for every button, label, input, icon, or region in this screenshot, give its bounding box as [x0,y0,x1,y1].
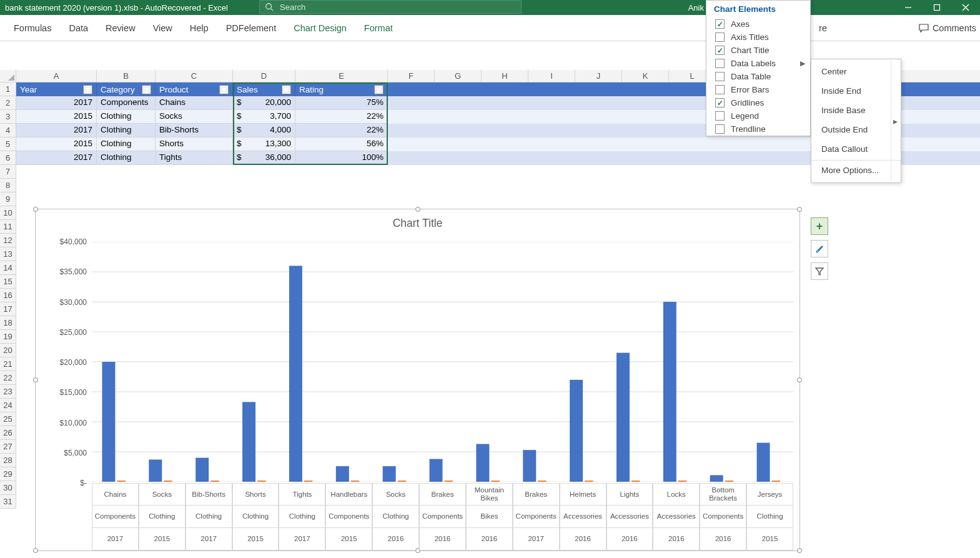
tab-format[interactable]: Format [355,15,402,41]
bar-rating[interactable] [398,481,406,482]
row-5[interactable]: 5 [0,137,16,151]
bar-rating[interactable] [725,481,733,482]
cell-product[interactable]: Chains [156,96,233,110]
cell-category[interactable]: Components [97,96,156,110]
row-23[interactable]: 23 [0,385,16,399]
bar-sales[interactable] [476,444,489,482]
th-product[interactable]: Product▾ [156,82,233,96]
checkbox-icon[interactable] [715,85,725,94]
row-29[interactable]: 29 [0,467,16,481]
row-8[interactable]: 8 [0,179,16,192]
bar-sales[interactable] [196,458,209,482]
cell-category[interactable]: Clothing [97,110,156,124]
cell-sales[interactable]: $36,000 [233,151,295,165]
submenu-expand-arrow[interactable]: ▸ [891,61,899,181]
row-30[interactable]: 30 [0,481,16,495]
bar-sales[interactable] [523,450,536,482]
close-button[interactable] [951,0,980,15]
cell-product[interactable]: Socks [156,110,233,124]
cell-rating[interactable]: 22% [295,124,388,137]
col-I[interactable]: I [528,70,575,82]
row-11[interactable]: 11 [0,220,16,234]
cell-sales[interactable]: $4,000 [233,124,295,137]
minimize-button[interactable] [894,0,923,15]
th-sales[interactable]: Sales▾ [233,82,295,96]
cell-sales[interactable]: $13,300 [233,137,295,151]
chart-element-axes[interactable]: Axes [706,17,810,31]
chart-plot-area[interactable] [92,242,793,482]
row-22[interactable]: 22 [0,371,16,385]
cell-year[interactable]: 2015 [16,137,97,151]
chart-element-axis-titles[interactable]: Axis Titles [706,31,810,44]
row-24[interactable]: 24 [0,399,16,412]
row-28[interactable]: 28 [0,454,16,467]
bar-sales[interactable] [616,353,630,482]
row-26[interactable]: 26 [0,426,16,440]
tab-review[interactable]: Review [97,15,144,41]
cell-year[interactable]: 2017 [16,151,97,165]
cell-product[interactable]: Bib-Shorts [156,124,233,137]
row-25[interactable]: 25 [0,412,16,426]
maximize-button[interactable] [923,0,951,15]
checkbox-icon[interactable] [715,124,725,134]
row-16[interactable]: 16 [0,289,16,302]
chart-styles-button[interactable] [811,240,828,257]
submenu-inside-end[interactable]: Inside End [811,81,901,101]
chart-element-gridlines[interactable]: Gridlines [706,96,810,109]
chart-element-trendline[interactable]: Trendline [706,122,810,136]
bar-sales[interactable] [710,475,723,482]
col-D[interactable]: D [233,70,295,82]
cell-category[interactable]: Clothing [97,124,156,137]
row-3[interactable]: 3 [0,110,16,124]
row-6[interactable]: 6 [0,151,16,165]
th-year[interactable]: Year▾ [16,82,97,96]
row-21[interactable]: 21 [0,357,16,371]
cell-rating[interactable]: 75% [295,96,388,110]
col-C[interactable]: C [156,70,233,82]
row-27[interactable]: 27 [0,440,16,454]
checkbox-icon[interactable] [715,72,725,81]
cell-rating[interactable]: 22% [295,110,388,124]
cell-year[interactable]: 2017 [16,96,97,110]
bar-sales[interactable] [663,302,676,482]
col-K[interactable]: K [622,70,669,82]
bar-sales[interactable] [336,466,349,482]
bar-rating[interactable] [164,481,172,482]
col-A[interactable]: A [16,70,97,82]
bar-sales[interactable] [430,459,443,482]
cell-category[interactable]: Clothing [97,137,156,151]
th-category[interactable]: Category▾ [97,82,156,96]
bar-sales[interactable] [242,402,255,482]
share-fragment[interactable]: re [819,23,827,33]
row-31[interactable]: 31 [0,495,16,509]
row-2[interactable]: 2 [0,96,16,110]
user-name[interactable]: Anik [688,3,704,12]
row-14[interactable]: 14 [0,261,16,275]
bar-rating[interactable] [631,481,640,482]
checkbox-icon[interactable] [715,111,725,121]
bar-sales[interactable] [149,459,162,482]
bar-sales[interactable] [383,466,396,482]
bar-rating[interactable] [444,481,452,482]
cell-product[interactable]: Shorts [156,137,233,151]
bar-rating[interactable] [538,481,546,482]
row-13[interactable]: 13 [0,247,16,261]
bar-rating[interactable] [678,481,686,482]
col-H[interactable]: H [482,70,528,82]
bar-rating[interactable] [772,481,780,482]
tab-pdfelement[interactable]: PDFelement [217,15,285,41]
chart-element-chart-title[interactable]: Chart Title [706,44,810,57]
tab-view[interactable]: View [144,15,181,41]
checkbox-icon[interactable] [715,19,725,29]
row-12[interactable]: 12 [0,234,16,247]
bar-rating[interactable] [210,481,219,482]
filter-dropdown-icon[interactable]: ▾ [282,85,291,94]
cell-sales[interactable]: $3,700 [233,110,295,124]
row-20[interactable]: 20 [0,344,16,357]
th-rating[interactable]: Rating▾ [295,82,388,96]
bar-rating[interactable] [491,481,499,482]
chart-object[interactable]: Chart Title $-$5,000$10,000$15,000$20,00… [35,209,800,551]
checkbox-icon[interactable] [715,59,725,68]
row-1[interactable]: 1 [0,82,16,96]
bar-rating[interactable] [257,481,265,482]
